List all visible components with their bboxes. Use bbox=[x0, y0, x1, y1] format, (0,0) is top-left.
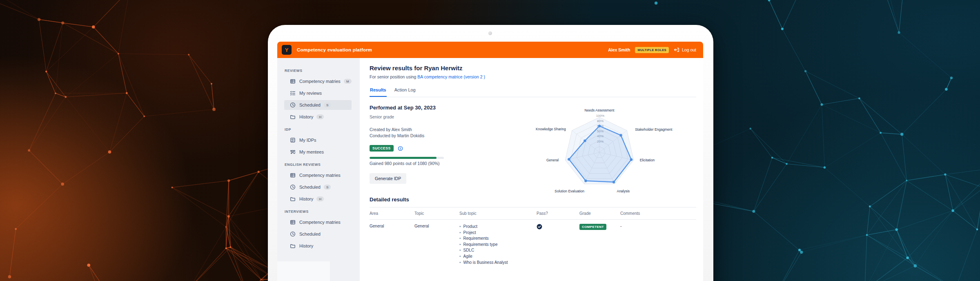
tab-bar: Results Action Log bbox=[370, 87, 696, 97]
bullet: • bbox=[459, 224, 461, 230]
main-content: Review results for Ryan Herwitz For seni… bbox=[360, 58, 703, 281]
radar-axis-label: Analysis bbox=[617, 189, 630, 193]
sidebar-item-scheduled[interactable]: Scheduled bbox=[284, 229, 352, 239]
sidebar-item-competency-matries[interactable]: Competency matries bbox=[284, 170, 352, 180]
clock-icon bbox=[290, 184, 296, 190]
bullet: • bbox=[459, 236, 461, 242]
sidebar-item-competency-matries[interactable]: Competency matriesM bbox=[284, 76, 352, 86]
cell-area: General bbox=[370, 220, 414, 270]
sidebar-item-label: Competency matries bbox=[299, 79, 341, 84]
logout-label: Log out bbox=[682, 47, 696, 52]
sub-topic-item: •Project bbox=[459, 230, 534, 236]
matrice-link[interactable]: BA competency matrice (version 2 ) bbox=[417, 74, 485, 79]
column-header-topic: Topic bbox=[414, 207, 459, 219]
progress-fill bbox=[370, 157, 437, 159]
pass-check-icon bbox=[537, 224, 542, 230]
sidebar-section: INTERVIEWSCompetency matriesScheduledHis… bbox=[277, 210, 360, 251]
sub-topic-item: •Who is Business Analyst bbox=[459, 260, 534, 266]
sidebar-section-label: INTERVIEWS bbox=[285, 210, 352, 214]
sidebar-item-label: Scheduled bbox=[299, 185, 321, 190]
bullet: • bbox=[459, 242, 461, 248]
sidebar-item-badge: H bbox=[316, 196, 324, 201]
logo-letter: Y bbox=[285, 47, 289, 53]
bullet: • bbox=[459, 230, 461, 236]
logout-button[interactable]: Log out bbox=[674, 47, 696, 53]
app-title: Competency evaluation platform bbox=[297, 47, 372, 52]
column-header-sub-topic: Sub topic bbox=[459, 207, 537, 219]
folder-icon bbox=[290, 243, 296, 249]
radar-ring-label: 100% bbox=[596, 114, 604, 118]
sidebar-item-label: Scheduled bbox=[299, 232, 321, 236]
sidebar-section: ENGLISH REVIEWSCompetency matriesSchedul… bbox=[277, 163, 360, 204]
sidebar-item-scheduled[interactable]: ScheduledS bbox=[284, 182, 352, 192]
sidebar-item-my-idps[interactable]: My IDPs bbox=[284, 135, 352, 145]
sidebar-item-history[interactable]: History bbox=[284, 241, 352, 251]
board-icon bbox=[290, 137, 296, 143]
sidebar-item-my-mentees[interactable]: My mentees bbox=[284, 147, 352, 157]
column-header-area: Area bbox=[370, 207, 414, 219]
radar-axis-label: Needs Assessment bbox=[585, 108, 615, 112]
sidebar-item-history[interactable]: HistoryH bbox=[284, 112, 352, 122]
sidebar-item-label: History bbox=[299, 243, 313, 248]
radar-ring-label: 80% bbox=[597, 119, 604, 123]
folder-icon bbox=[290, 114, 296, 120]
app-logo[interactable]: Y bbox=[282, 45, 292, 55]
cell-grade: COMPETENT bbox=[579, 220, 620, 270]
cell-comments: - bbox=[620, 220, 696, 270]
radar-axis-label: General bbox=[546, 158, 559, 162]
folder-icon bbox=[290, 196, 296, 202]
sidebar-section-label: IDP bbox=[285, 127, 352, 132]
generate-idp-button[interactable]: Generate IDP bbox=[370, 173, 406, 184]
clock-icon bbox=[290, 102, 296, 108]
sidebar-item-label: History bbox=[299, 114, 313, 119]
results-table: AreaTopicSub topicPass?GradeComments Gen… bbox=[370, 207, 696, 270]
grade-badge: COMPETENT bbox=[579, 224, 606, 230]
sidebar-item-competency-matries[interactable]: Competency matries bbox=[284, 217, 352, 227]
sidebar-item-label: Competency matries bbox=[299, 220, 341, 225]
radar-axis-label: Solution Evaluation bbox=[555, 189, 584, 193]
page-subtitle: For senior position using BA competency … bbox=[370, 74, 696, 79]
bullet: • bbox=[459, 260, 461, 266]
column-header-comments: Comments bbox=[620, 207, 696, 219]
user-name: Alex Smith bbox=[608, 47, 630, 52]
multiple-roles-badge: MULTIPLE ROLES bbox=[635, 47, 668, 53]
app-header: Y Competency evaluation platform Alex Sm… bbox=[277, 42, 703, 58]
sidebar-item-badge: H bbox=[316, 114, 324, 119]
table-row: GeneralGeneral•Product•Project•Requireme… bbox=[370, 220, 696, 270]
sidebar-item-label: My mentees bbox=[299, 149, 324, 154]
sub-topic-item: •SDLC bbox=[459, 248, 534, 254]
logout-icon bbox=[674, 47, 679, 53]
app-screen: Y Competency evaluation platform Alex Sm… bbox=[277, 42, 703, 281]
sidebar: REVIEWSCompetency matriesMMy reviewsSche… bbox=[277, 58, 360, 281]
sidebar-item-scheduled[interactable]: ScheduledS bbox=[284, 100, 352, 110]
sidebar-item-badge: S bbox=[324, 185, 331, 190]
sidebar-item-badge: S bbox=[324, 103, 331, 107]
table-icon bbox=[290, 172, 296, 178]
radar-axis-label: Stakeholder Engagment bbox=[635, 127, 673, 132]
status-badge: SUCCESS bbox=[370, 145, 394, 152]
info-icon[interactable] bbox=[398, 146, 403, 151]
sub-topic-item: •Requirements bbox=[459, 236, 534, 242]
sidebar-item-my-reviews[interactable]: My reviews bbox=[284, 88, 352, 98]
sidebar-item-history[interactable]: HistoryH bbox=[284, 194, 352, 204]
table-icon bbox=[290, 78, 296, 84]
tab-action-log[interactable]: Action Log bbox=[394, 87, 416, 97]
sidebar-item-label: Scheduled bbox=[299, 103, 321, 107]
tab-results[interactable]: Results bbox=[370, 87, 387, 97]
sidebar-item-label: My reviews bbox=[299, 91, 322, 96]
table-header-row: AreaTopicSub topicPass?GradeComments bbox=[370, 207, 696, 220]
radar-axis-label: Knowledge Sharing bbox=[536, 127, 566, 131]
bullet: • bbox=[459, 254, 461, 260]
radar-axis-label: Elicitation bbox=[640, 158, 655, 162]
sub-topic-item: •Agile bbox=[459, 254, 534, 260]
table-icon bbox=[290, 219, 296, 225]
sidebar-bottom-patch bbox=[277, 261, 330, 281]
clock-icon bbox=[290, 231, 296, 237]
sidebar-section-label: ENGLISH REVIEWS bbox=[285, 163, 352, 167]
sub-topic-item: •Requirements type bbox=[459, 242, 534, 248]
cell-pass bbox=[537, 220, 579, 270]
tablet-camera-dot bbox=[488, 31, 492, 35]
column-header-grade: Grade bbox=[579, 207, 620, 219]
sub-topic-item: •Product bbox=[459, 224, 534, 230]
cell-topic: General bbox=[414, 220, 459, 270]
